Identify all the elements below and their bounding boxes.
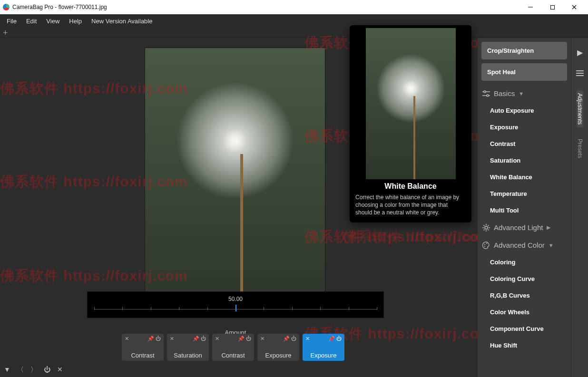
amount-slider[interactable] (94, 303, 377, 312)
pin-icon[interactable]: 📌 (328, 336, 335, 341)
window-title: CameraBag Pro - flower-7700011.jpg (12, 4, 107, 10)
section-label: Basics (494, 89, 515, 97)
bottom-nav: ▼ 〈 〉 ⏻ ✕ (4, 366, 63, 374)
chip-label: Exposure (260, 352, 296, 359)
item-color-wheels[interactable]: Color Wheels (481, 304, 567, 320)
menu-edit[interactable]: Edit (21, 16, 41, 27)
item-contrast[interactable]: Contrast (481, 135, 567, 152)
close-icon[interactable]: ✕ (260, 336, 265, 342)
minimize-button[interactable] (519, 0, 541, 14)
next-icon[interactable]: 〉 (30, 366, 37, 374)
tooltip-description: Correct the white balance of an image by… (353, 193, 469, 220)
chip-label: Exposure (305, 352, 342, 359)
power-icon[interactable]: ⏻ (44, 366, 50, 374)
svg-point-8 (485, 226, 488, 229)
close-button[interactable] (563, 0, 585, 14)
item-component-curve[interactable]: Component Curve (481, 320, 567, 337)
crop-straighten-button[interactable]: Crop/Straighten (481, 42, 567, 59)
menubar: File Edit View Help New Version Availabl… (0, 14, 588, 28)
power-icon[interactable]: ⏻ (291, 336, 296, 341)
item-saturation[interactable]: Saturation (481, 152, 567, 169)
item-coloring-curve[interactable]: Coloring Curve (481, 271, 567, 287)
item-white-balance[interactable]: White Balance (481, 169, 567, 185)
titlebar: CameraBag Pro - flower-7700011.jpg (0, 0, 588, 14)
menu-help[interactable]: Help (64, 16, 87, 27)
watermark: 佛系软件 https://foxirj.com (304, 227, 492, 247)
expand-icon[interactable]: ▶ (574, 44, 586, 61)
item-coloring[interactable]: Coloring (481, 254, 567, 271)
pin-icon[interactable]: 📌 (193, 336, 199, 341)
svg-line-15 (488, 225, 489, 226)
chip-exposure[interactable]: ✕📌 ⏻ Exposure (257, 334, 299, 361)
chevron-down-icon: ▼ (549, 242, 554, 248)
sliders-icon (482, 90, 490, 97)
svg-point-7 (487, 95, 489, 97)
tab-row: + (0, 28, 588, 38)
item-multi-tool[interactable]: Multi Tool (481, 202, 567, 219)
chip-contrast-2[interactable]: ✕📌 ⏻ Contrast (212, 334, 254, 361)
palette-icon (482, 242, 490, 249)
pin-icon[interactable]: 📌 (147, 336, 154, 341)
svg-point-19 (484, 246, 485, 247)
item-exposure[interactable]: Exposure (481, 119, 567, 135)
section-advanced-light[interactable]: Advanced Light ▶ (481, 219, 567, 236)
svg-line-14 (488, 229, 489, 230)
tooltip-white-balance: White Balance Correct the white balance … (350, 25, 471, 222)
tab-adjustments[interactable]: Adjustments (577, 90, 583, 127)
close-icon[interactable]: ✕ (305, 336, 310, 342)
adjustment-chips: ✕📌 ⏻ Contrast ✕📌 ⏻ Saturation ✕📌 ⏻ Contr… (122, 334, 344, 361)
close-icon[interactable]: ✕ (57, 366, 63, 374)
maximize-button[interactable] (541, 0, 563, 14)
menu-icon[interactable] (574, 65, 586, 82)
power-icon[interactable]: ⏻ (246, 336, 251, 341)
spot-heal-button[interactable]: Spot Heal (481, 63, 567, 81)
chip-label: Contrast (125, 352, 161, 359)
menu-new-version[interactable]: New Version Available (87, 16, 157, 27)
prev-icon[interactable]: 〈 (17, 366, 24, 374)
chip-label: Saturation (170, 352, 206, 359)
right-panel: Crop/Straighten Spot Heal Basics ▼ Auto … (478, 38, 571, 377)
pin-icon[interactable]: 📌 (283, 336, 290, 341)
tab-presets[interactable]: Presets (577, 136, 583, 161)
tooltip-thumbnail (366, 28, 456, 179)
add-tab-button[interactable]: + (3, 29, 8, 36)
tooltip-title: White Balance (353, 182, 469, 191)
item-auto-exposure[interactable]: Auto Exposure (481, 102, 567, 119)
canvas-area: 佛系软件 https://foxirj.com 佛系软件 https://fox… (0, 38, 478, 377)
chip-contrast[interactable]: ✕📌 ⏻ Contrast (122, 334, 164, 361)
svg-point-6 (484, 91, 486, 93)
section-label: Advanced Light (494, 223, 543, 232)
svg-line-16 (484, 229, 485, 230)
app-icon (3, 4, 10, 10)
section-basics[interactable]: Basics ▼ (481, 85, 567, 102)
item-temperature[interactable]: Temperature (481, 185, 567, 202)
close-icon[interactable]: ✕ (170, 336, 174, 342)
chevron-down-icon[interactable]: ▼ (4, 366, 10, 374)
menu-file[interactable]: File (2, 16, 21, 27)
side-rail: ▶ Adjustments Presets (571, 38, 588, 377)
power-icon[interactable]: ⏻ (336, 336, 342, 341)
sun-icon (482, 224, 490, 232)
close-icon[interactable]: ✕ (125, 336, 129, 342)
slider-panel: 50.00 (87, 291, 384, 318)
chip-saturation[interactable]: ✕📌 ⏻ Saturation (167, 334, 209, 361)
chip-label: Contrast (215, 352, 251, 359)
chevron-down-icon: ▼ (519, 91, 524, 97)
svg-point-17 (484, 244, 485, 245)
chip-exposure-active[interactable]: ✕📌 ⏻ Exposure (303, 334, 344, 361)
power-icon[interactable]: ⏻ (201, 336, 206, 341)
section-label: Advanced Color (494, 241, 545, 249)
svg-line-13 (484, 225, 485, 226)
close-icon[interactable]: ✕ (215, 336, 219, 342)
svg-rect-1 (550, 5, 554, 9)
section-advanced-color[interactable]: Advanced Color ▼ (481, 236, 567, 254)
power-icon[interactable]: ⏻ (156, 336, 161, 341)
chevron-right-icon: ▶ (547, 224, 550, 231)
item-hue-shift[interactable]: Hue Shift (481, 337, 567, 354)
item-rgb-curves[interactable]: R,G,B Curves (481, 287, 567, 304)
menu-view[interactable]: View (41, 16, 64, 27)
main-image[interactable] (145, 48, 325, 314)
svg-point-18 (486, 243, 487, 244)
slider-value: 50.00 (94, 296, 377, 302)
pin-icon[interactable]: 📌 (238, 336, 245, 341)
